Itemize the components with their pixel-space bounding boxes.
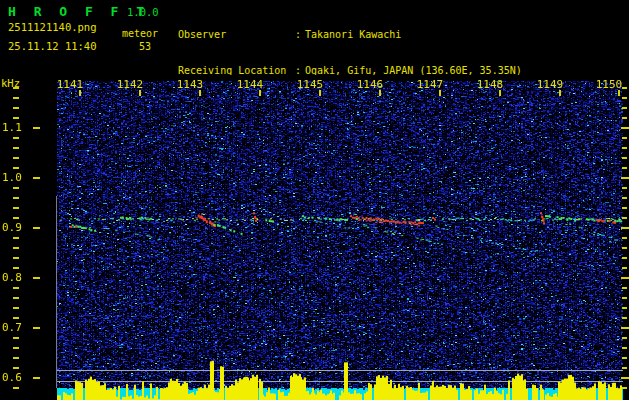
freq-minor-tick xyxy=(13,307,19,309)
freq-minor-tick-right xyxy=(622,197,627,199)
freq-minor-tick-right xyxy=(622,347,627,349)
freq-major-tick xyxy=(33,177,40,179)
freq-minor-tick-right xyxy=(622,87,627,89)
freq-axis-label: 0.7 xyxy=(2,321,22,334)
freq-minor-tick-right xyxy=(622,117,627,119)
info-value: Takanori Kawachi xyxy=(305,29,401,40)
freq-major-tick xyxy=(33,127,40,129)
freq-minor-tick xyxy=(13,97,19,99)
freq-minor-tick xyxy=(13,117,19,119)
freq-axis-label: 0.9 xyxy=(2,221,22,234)
freq-minor-tick-right xyxy=(622,387,627,389)
info-row-observer: Observer:Takanori Kawachi xyxy=(178,29,522,41)
freq-minor-tick xyxy=(13,267,19,269)
freq-minor-tick-right xyxy=(622,287,627,289)
freq-major-tick-right xyxy=(621,127,629,129)
freq-minor-tick-right xyxy=(622,367,627,369)
freq-major-tick-right xyxy=(621,277,629,279)
time-tick xyxy=(319,90,321,96)
freq-minor-tick xyxy=(13,287,19,289)
freq-major-tick-right xyxy=(621,177,629,179)
time-tick xyxy=(79,90,81,96)
freq-minor-tick-right xyxy=(622,147,627,149)
freq-minor-tick xyxy=(13,147,19,149)
freq-minor-tick xyxy=(13,297,19,299)
freq-minor-tick-right xyxy=(622,247,627,249)
info-label: Observer xyxy=(178,29,295,41)
time-tick xyxy=(199,90,201,96)
freq-minor-tick xyxy=(13,207,19,209)
freq-minor-tick xyxy=(13,137,19,139)
freq-minor-tick-right xyxy=(622,297,627,299)
freq-minor-tick-right xyxy=(622,207,627,209)
freq-minor-tick-right xyxy=(622,357,627,359)
freq-major-tick xyxy=(33,277,40,279)
freq-minor-tick xyxy=(13,157,19,159)
freq-major-tick xyxy=(33,327,40,329)
freq-major-tick xyxy=(33,377,40,379)
observation-mode: meteor xyxy=(122,28,158,39)
freq-minor-tick xyxy=(13,87,19,89)
time-tick xyxy=(259,90,261,96)
freq-major-tick-right xyxy=(621,227,629,229)
freq-minor-tick xyxy=(13,187,19,189)
output-filename: 2511121140.png xyxy=(8,21,97,33)
freq-axis-label: 1.0 xyxy=(2,171,22,184)
freq-minor-tick-right xyxy=(622,267,627,269)
freq-minor-tick xyxy=(13,107,19,109)
freq-minor-tick-right xyxy=(622,317,627,319)
freq-minor-tick-right xyxy=(622,97,627,99)
freq-minor-tick xyxy=(13,317,19,319)
app-version: 1.0.0 xyxy=(127,6,159,18)
freq-minor-tick xyxy=(13,247,19,249)
freq-axis-label: 0.8 xyxy=(2,271,22,284)
freq-minor-tick-right xyxy=(622,107,627,109)
freq-minor-tick xyxy=(13,347,19,349)
time-tick xyxy=(559,90,561,96)
freq-minor-tick xyxy=(13,357,19,359)
time-tick xyxy=(439,90,441,96)
time-tick xyxy=(379,90,381,96)
freq-minor-tick-right xyxy=(622,137,627,139)
freq-major-tick-right xyxy=(621,377,629,379)
freq-major-tick xyxy=(33,227,40,229)
time-tick xyxy=(139,90,141,96)
freq-minor-tick xyxy=(13,257,19,259)
hrofft-output-image: H R O F F T 1.0.0 2511121140.png meteor … xyxy=(0,0,629,400)
freq-axis-label: 1.1 xyxy=(2,121,22,134)
freq-minor-tick xyxy=(13,367,19,369)
info-separator: : xyxy=(295,29,305,41)
spectrogram-canvas xyxy=(57,75,623,400)
freq-minor-tick xyxy=(13,237,19,239)
freq-minor-tick-right xyxy=(622,237,627,239)
time-tick xyxy=(499,90,501,96)
freq-minor-tick xyxy=(13,337,19,339)
freq-minor-tick-right xyxy=(622,257,627,259)
freq-major-tick-right xyxy=(621,327,629,329)
time-tick xyxy=(618,90,620,96)
freq-minor-tick-right xyxy=(622,307,627,309)
freq-minor-tick xyxy=(13,167,19,169)
freq-minor-tick-right xyxy=(622,187,627,189)
freq-minor-tick-right xyxy=(622,157,627,159)
freq-minor-tick xyxy=(13,217,19,219)
freq-minor-tick-right xyxy=(622,337,627,339)
freq-axis-label: 0.6 xyxy=(2,371,22,384)
observation-datetime: 25.11.12 11:40 xyxy=(8,40,97,52)
plot-left-border-line xyxy=(56,196,57,388)
freq-minor-tick-right xyxy=(622,217,627,219)
meteor-echo-count: 53 xyxy=(139,41,151,52)
freq-minor-tick xyxy=(13,387,19,389)
freq-minor-tick-right xyxy=(622,167,627,169)
freq-minor-tick xyxy=(13,197,19,199)
